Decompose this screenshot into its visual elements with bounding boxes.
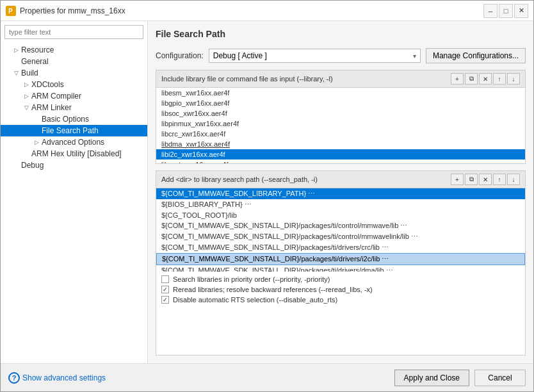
config-value: Debug [ Active ] (213, 51, 267, 60)
list-item[interactable]: ${COM_TI_MMWAVE_SDK_INSTALL_DIR}/package… (156, 242, 525, 253)
list-item[interactable]: ${COM_TI_MMWAVE_SDK_INSTALL_DIR}/package… (156, 253, 525, 265)
sidebar-item-label: XDCtools (31, 80, 64, 89)
search-section-title: Add <dir> to library search path (--sear… (161, 176, 318, 183)
expand-icon (11, 56, 21, 67)
tree: ▷ Resource General ▽ Build ▷ XDCtools (1, 43, 147, 363)
list-item[interactable]: libgpio_xwr16xx.aer4f (156, 98, 525, 108)
reread-label: Reread libraries; resolve backward refer… (173, 286, 373, 293)
expand-icon: ▷ (31, 137, 42, 147)
sidebar-item-basic-options[interactable]: Basic Options (1, 113, 147, 125)
list-item[interactable]: ${COM_TI_MMWAVE_SDK_INSTALL_DIR}/package… (156, 220, 525, 231)
maximize-button[interactable]: □ (499, 4, 513, 18)
search-add-button[interactable]: + (451, 174, 464, 185)
apply-close-button[interactable]: Apply and Close (394, 370, 469, 386)
list-item[interactable]: libcrc_xwr16xx.aer4f (156, 129, 525, 139)
library-add-button[interactable]: + (451, 73, 464, 85)
list-item[interactable]: ${CG_TOOL_ROOT}/lib (156, 210, 525, 220)
checkbox-row-priority: Search libraries in priority order (--pr… (161, 275, 520, 283)
config-label: Configuration: (156, 51, 204, 60)
sidebar-item-general[interactable]: General (1, 56, 147, 67)
bottom-buttons: Apply and Close Cancel (394, 370, 526, 386)
expand-icon (31, 114, 42, 124)
list-item[interactable]: libpinmux_xwr16xx.aer4f (156, 118, 525, 129)
library-section-title: Include library file or command file as … (161, 75, 333, 83)
help-link[interactable]: ? Show advanced settings (8, 372, 106, 384)
sidebar-item-arm-hex-utility[interactable]: ARM Hex Utility [Disabled] (1, 148, 147, 159)
sidebar-item-resource[interactable]: ▷ Resource (1, 44, 147, 56)
list-item[interactable]: libesm_xwr16xx.aer4f (156, 88, 525, 98)
sidebar-item-label: Build (21, 69, 38, 78)
expand-icon: ▷ (11, 45, 21, 55)
sidebar-item-build[interactable]: ▽ Build (1, 67, 147, 79)
search-path-list: ${COM_TI_MMWAVE_SDK_LIBRARY_PATH} ⋯ ${BI… (156, 188, 525, 272)
list-item[interactable]: libuart_xwr16xx.aer4f (156, 159, 525, 163)
title-controls: – □ ✕ (483, 4, 528, 18)
help-icon: ? (8, 372, 20, 384)
search-section-header: Add <dir> to library search path (--sear… (156, 171, 525, 188)
sidebar-item-label: Debug (21, 161, 44, 170)
list-item[interactable]: ${BIOS_LIBRARY_PATH} ⋯ (156, 199, 525, 210)
panel-title: File Search Path (156, 29, 526, 39)
sidebar-item-label: General (21, 57, 49, 66)
sidebar-item-file-search-path[interactable]: File Search Path (1, 125, 147, 136)
manage-configurations-button[interactable]: Manage Configurations... (426, 48, 526, 63)
sidebar-item-debug[interactable]: Debug (1, 159, 147, 171)
filter-input[interactable] (4, 25, 143, 39)
chevron-down-icon: ▾ (413, 53, 416, 60)
sidebar-item-arm-compiler[interactable]: ▷ ARM Compiler (1, 90, 147, 102)
close-button[interactable]: ✕ (514, 4, 528, 18)
expand-icon (11, 160, 21, 170)
search-down-button[interactable]: ↓ (507, 174, 520, 185)
window-icon: P (6, 6, 16, 16)
list-item[interactable]: libi2c_xwr16xx.aer4f (156, 149, 525, 159)
help-text: Show advanced settings (22, 373, 106, 382)
library-section: Include library file or command file as … (156, 70, 526, 164)
title-bar: P Properties for mmw_mss_16xx – □ ✕ (1, 1, 533, 21)
library-section-header: Include library file or command file as … (156, 70, 525, 88)
expand-icon: ▷ (21, 79, 31, 90)
sidebar-item-label: ARM Linker (31, 103, 72, 112)
sidebar-item-label: ARM Hex Utility [Disabled] (31, 149, 122, 158)
options-area: Search libraries in priority order (--pr… (156, 272, 525, 307)
list-item[interactable]: ${COM_TI_MMWAVE_SDK_INSTALL_DIR}/package… (156, 231, 525, 242)
search-copy-button[interactable]: ⧉ (465, 174, 478, 185)
config-row: Configuration: Debug [ Active ] ▾ Manage… (156, 48, 526, 63)
window-title: Properties for mmw_mss_16xx (20, 6, 125, 15)
library-delete-button[interactable]: ✕ (479, 73, 492, 85)
title-bar-left: P Properties for mmw_mss_16xx (6, 6, 125, 16)
content-area: ▷ Resource General ▽ Build ▷ XDCtools (1, 21, 533, 363)
checkbox-row-reread: Reread libraries; resolve backward refer… (161, 286, 520, 293)
library-down-button[interactable]: ↓ (507, 73, 520, 85)
list-item[interactable]: libsoc_xwr16xx.aer4f (156, 108, 525, 118)
search-up-button[interactable]: ↑ (493, 174, 506, 185)
disable-rts-label: Disable automatic RTS selection (--disab… (173, 296, 337, 304)
sidebar-item-label: Resource (21, 45, 54, 54)
library-toolbar: + ⧉ ✕ ↑ ↓ (451, 73, 520, 85)
reread-checkbox[interactable] (161, 286, 169, 293)
sidebar-item-label: Basic Options (42, 115, 89, 124)
priority-checkbox[interactable] (161, 275, 169, 283)
expand-icon (31, 126, 42, 136)
svg-text:P: P (8, 8, 13, 15)
list-item[interactable]: ${COM_TI_MMWAVE_SDK_LIBRARY_PATH} ⋯ (156, 188, 525, 199)
config-dropdown[interactable]: Debug [ Active ] ▾ (209, 49, 421, 63)
search-toolbar: + ⧉ ✕ ↑ ↓ (451, 174, 520, 185)
sidebar-item-xdctools[interactable]: ▷ XDCtools (1, 79, 147, 90)
bottom-bar: ? Show advanced settings Apply and Close… (1, 363, 533, 391)
library-list: libesm_xwr16xx.aer4f libgpio_xwr16xx.aer… (156, 88, 525, 163)
minimize-button[interactable]: – (483, 4, 498, 18)
disable-rts-checkbox[interactable] (161, 296, 169, 304)
sidebar-item-advanced-options[interactable]: ▷ Advanced Options (1, 136, 147, 148)
library-copy-button[interactable]: ⧉ (465, 73, 478, 85)
cancel-button[interactable]: Cancel (474, 370, 526, 386)
list-item[interactable]: ${COM_TI_MMWAVE_SDK_INSTALL_DIR}/package… (156, 265, 525, 272)
left-panel: ▷ Resource General ▽ Build ▷ XDCtools (1, 21, 148, 363)
checkbox-row-disable-rts: Disable automatic RTS selection (--disab… (161, 296, 520, 304)
search-path-section: Add <dir> to library search path (--sear… (156, 170, 526, 355)
list-item[interactable]: libdma_xwr16xx.aer4f (156, 139, 525, 149)
library-up-button[interactable]: ↑ (493, 73, 506, 85)
sidebar-item-arm-linker[interactable]: ▽ ARM Linker (1, 102, 147, 113)
search-delete-button[interactable]: ✕ (479, 174, 492, 185)
expand-icon: ▽ (11, 68, 21, 78)
expand-icon: ▽ (21, 102, 31, 113)
